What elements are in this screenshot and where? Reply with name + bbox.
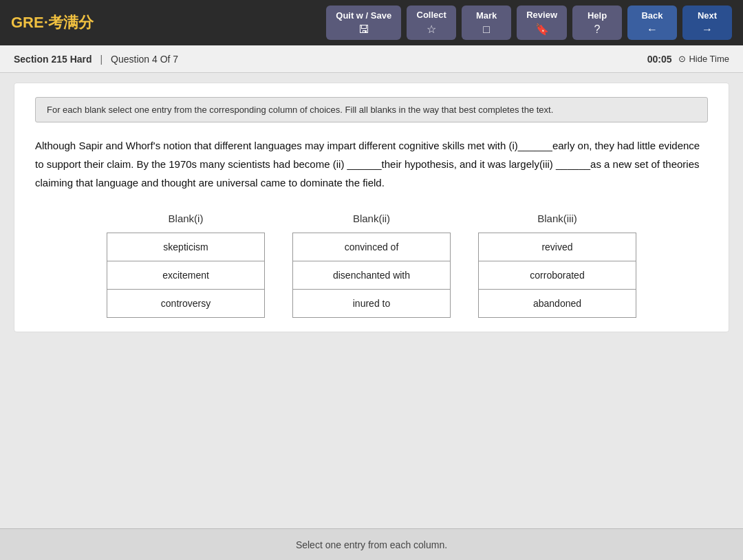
separator: | xyxy=(98,54,105,65)
back-arrow-icon: ← xyxy=(647,23,658,36)
next-button[interactable]: Next → xyxy=(682,6,732,40)
hide-time-button[interactable]: ⊙ Hide Time xyxy=(678,54,729,64)
main-content-area: For each blank select one entry from the… xyxy=(14,83,729,332)
blank-i-choice-3-text: controversy xyxy=(161,298,211,309)
blank-ii-choice-3-text: inured to xyxy=(353,298,390,309)
timer-area: 00:05 ⊙ Hide Time xyxy=(647,54,729,65)
collect-label: Collect xyxy=(417,10,446,20)
collect-button[interactable]: Collect ☆ xyxy=(407,6,456,40)
blank-ii-choice-3[interactable]: inured to xyxy=(293,290,450,317)
star-icon: ☆ xyxy=(427,23,436,36)
passage-text: Although Sapir and Whorf's notion that d… xyxy=(35,136,708,192)
quit-save-label: Quit w / Save xyxy=(336,10,391,21)
section-info: Section 215 Hard xyxy=(14,54,92,65)
next-arrow-icon: → xyxy=(702,23,713,36)
blank-iii-choice-2-text: corroborated xyxy=(530,270,584,281)
blank-ii-header-text: Blank(ii) xyxy=(353,213,390,224)
blank-ii-header: Blank(ii) xyxy=(353,213,390,224)
blank-i-choice-2-text: excitement xyxy=(162,270,209,281)
blank-iii-choice-3-text: abandoned xyxy=(533,298,581,309)
blank-i-choice-2[interactable]: excitement xyxy=(107,261,264,290)
blank-i-choice-1-text: skepticism xyxy=(163,241,208,252)
blank-ii-column: Blank(ii) convinced of disenchanted with… xyxy=(292,213,451,318)
blank-i-header: Blank(i) xyxy=(169,213,204,224)
blank-ii-choice-2-text: disenchanted with xyxy=(333,270,410,281)
logo-text: GRE·考满分 xyxy=(11,14,94,31)
back-label: Back xyxy=(641,10,663,21)
mark-label: Mark xyxy=(476,10,497,21)
next-label: Next xyxy=(698,10,717,21)
blank-iii-choice-1-text: revived xyxy=(541,241,572,252)
blank-i-column: Blank(i) skepticism excitement controver… xyxy=(107,213,265,318)
blank-iii-choice-2[interactable]: corroborated xyxy=(479,261,636,290)
back-button[interactable]: Back ← xyxy=(627,6,677,40)
blank-iii-choice-1[interactable]: revived xyxy=(479,233,636,261)
review-button[interactable]: Review 🔖 xyxy=(517,6,567,40)
clock-icon: ⊙ xyxy=(678,54,686,64)
timer-display: 00:05 xyxy=(647,54,672,65)
blank-ii-choice-1[interactable]: convinced of xyxy=(293,233,450,261)
blank-iii-header: Blank(iii) xyxy=(537,213,577,224)
section-bar: Section 215 Hard | Question 4 Of 7 00:05… xyxy=(0,45,743,73)
help-icon: ? xyxy=(594,23,601,36)
blank-ii-choices: convinced of disenchanted with inured to xyxy=(292,233,451,318)
review-icon: 🔖 xyxy=(535,23,549,36)
blank-ii-choice-2[interactable]: disenchanted with xyxy=(293,261,450,290)
blank-iii-choice-3[interactable]: abandoned xyxy=(479,290,636,317)
quit-save-button[interactable]: Quit w / Save 🖫 xyxy=(326,6,401,40)
instruction-text: For each blank select one entry from the… xyxy=(47,105,553,115)
top-navigation: GRE·考满分 Quit w / Save 🖫 Collect ☆ Mark □… xyxy=(0,0,743,45)
bottom-bar: Select one entry from each column. xyxy=(0,528,743,560)
blank-iii-choices: revived corroborated abandoned xyxy=(478,233,636,318)
passage-body: Although Sapir and Whorf's notion that d… xyxy=(35,140,700,189)
blank-i-header-text: Blank(i) xyxy=(169,213,204,224)
blank-iii-header-text: Blank(iii) xyxy=(537,213,577,224)
answer-section: Blank(i) skepticism excitement controver… xyxy=(35,213,708,318)
hide-time-label: Hide Time xyxy=(689,54,729,64)
save-icon: 🖫 xyxy=(358,23,369,36)
help-button[interactable]: Help ? xyxy=(572,6,622,40)
blank-i-choices: skepticism excitement controversy xyxy=(107,233,265,318)
question-info: Question 4 Of 7 xyxy=(111,54,178,65)
instruction-box: For each blank select one entry from the… xyxy=(35,97,708,122)
blank-i-choice-1[interactable]: skepticism xyxy=(107,233,264,261)
mark-button[interactable]: Mark □ xyxy=(462,6,511,40)
review-label: Review xyxy=(526,10,557,20)
blank-i-choice-3[interactable]: controversy xyxy=(107,290,264,317)
blank-iii-column: Blank(iii) revived corroborated abandone… xyxy=(478,213,636,318)
bottom-message: Select one entry from each column. xyxy=(296,539,447,550)
app-logo: GRE·考满分 xyxy=(11,12,94,33)
mark-icon: □ xyxy=(483,23,490,36)
blank-ii-choice-1-text: convinced of xyxy=(345,241,399,252)
help-label: Help xyxy=(588,10,607,21)
